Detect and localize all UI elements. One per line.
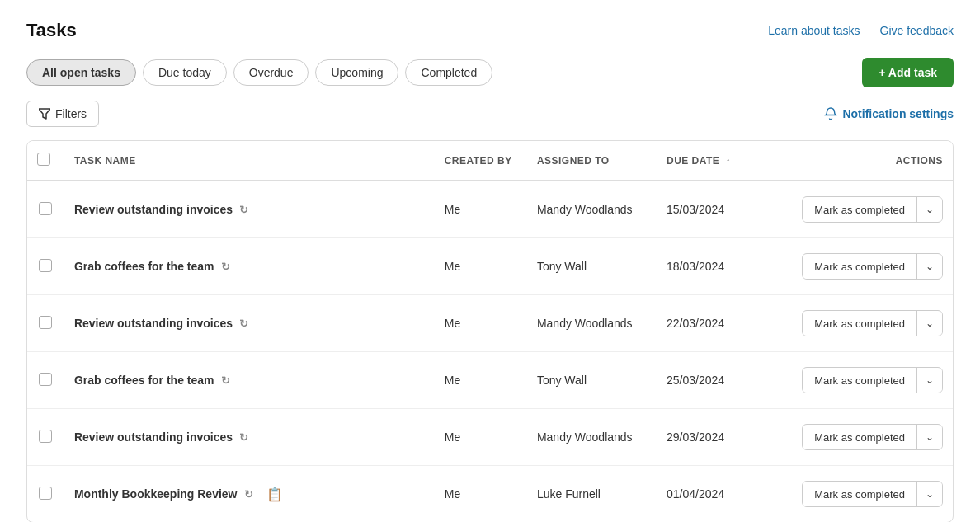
row-due-date: 25/03/2024 — [657, 352, 768, 409]
row-task-name-cell: Grab coffees for the team↻ — [64, 238, 435, 295]
row-checkbox-cell — [27, 466, 64, 523]
mark-as-completed-button[interactable]: Mark as completed — [803, 198, 916, 222]
mark-as-completed-group: Mark as completed⌄ — [802, 481, 943, 507]
due-date-label: DUE DATE — [667, 155, 719, 167]
row-created-by: Me — [435, 295, 527, 352]
table-row: Review outstanding invoices↻MeMandy Wood… — [27, 181, 953, 238]
bell-icon — [824, 107, 837, 120]
repeat-icon: ↻ — [239, 431, 248, 444]
select-all-checkbox[interactable] — [37, 153, 50, 166]
task-name-text: Grab coffees for the team — [74, 260, 214, 273]
row-due-date: 22/03/2024 — [657, 295, 768, 352]
tab-upcoming[interactable]: Upcoming — [315, 59, 398, 86]
filter-icon — [39, 108, 50, 120]
mark-as-completed-button[interactable]: Mark as completed — [803, 255, 916, 279]
task-name-text: Grab coffees for the team — [74, 374, 214, 387]
mark-as-completed-button[interactable]: Mark as completed — [803, 369, 916, 393]
col-header-actions: ACTIONS — [768, 141, 953, 181]
task-name-content: Review outstanding invoices↻ — [74, 430, 425, 444]
row-checkbox[interactable] — [39, 487, 52, 500]
mark-as-completed-button[interactable]: Mark as completed — [803, 482, 916, 506]
row-checkbox[interactable] — [39, 430, 52, 443]
mark-as-completed-button[interactable]: Mark as completed — [803, 426, 916, 449]
task-name-content: Review outstanding invoices↻ — [74, 317, 425, 330]
row-task-name-cell: Review outstanding invoices↻ — [64, 181, 435, 238]
row-created-by: Me — [435, 181, 527, 238]
row-due-date: 15/03/2024 — [657, 181, 768, 238]
row-task-name-cell: Review outstanding invoices↻ — [64, 409, 435, 466]
row-assigned-to: Mandy Woodlands — [527, 295, 657, 352]
task-name-content: Review outstanding invoices↻ — [74, 203, 425, 216]
task-name-text: Review outstanding invoices — [74, 317, 233, 330]
task-name-content: Grab coffees for the team↻ — [74, 374, 425, 387]
secondary-row: Filters Notification settings — [26, 101, 954, 127]
row-created-by: Me — [435, 409, 527, 466]
tasks-page: Tasks Learn about tasks Give feedback Al… — [0, 0, 980, 522]
give-feedback-link[interactable]: Give feedback — [880, 24, 954, 37]
repeat-icon: ↻ — [239, 204, 248, 216]
page-title: Tasks — [26, 20, 77, 41]
col-header-task-name: TASK NAME — [64, 141, 435, 181]
action-chevron-button[interactable]: ⌄ — [917, 369, 942, 392]
row-assigned-to: Tony Wall — [527, 352, 657, 409]
row-created-by: Me — [435, 238, 527, 295]
col-header-created-by: CREATED BY — [435, 141, 527, 181]
notification-settings-link[interactable]: Notification settings — [824, 107, 954, 120]
mark-as-completed-button[interactable]: Mark as completed — [803, 312, 916, 336]
tab-all-open[interactable]: All open tasks — [26, 59, 136, 86]
filters-button[interactable]: Filters — [26, 101, 99, 127]
action-chevron-button[interactable]: ⌄ — [917, 198, 942, 221]
row-checkbox-cell — [27, 295, 64, 352]
tab-overdue[interactable]: Overdue — [233, 59, 309, 86]
table-row: Review outstanding invoices↻MeMandy Wood… — [27, 295, 953, 352]
row-actions-cell: Mark as completed⌄ — [768, 352, 953, 409]
add-task-button[interactable]: + Add task — [862, 58, 954, 87]
mark-as-completed-group: Mark as completed⌄ — [802, 196, 943, 223]
header-links: Learn about tasks Give feedback — [768, 24, 954, 37]
row-created-by: Me — [435, 352, 527, 409]
note-icon: 📋 — [266, 487, 283, 502]
row-due-date: 01/04/2024 — [657, 466, 768, 523]
header-checkbox-cell — [27, 141, 64, 181]
row-task-name-cell: Grab coffees for the team↻ — [64, 352, 435, 409]
row-actions-cell: Mark as completed⌄ — [768, 466, 953, 523]
filters-label: Filters — [55, 107, 87, 120]
repeat-icon: ↻ — [239, 317, 248, 330]
task-name-text: Review outstanding invoices — [74, 203, 233, 216]
row-checkbox[interactable] — [39, 316, 52, 329]
row-actions-cell: Mark as completed⌄ — [768, 295, 953, 352]
row-checkbox[interactable] — [39, 259, 52, 272]
repeat-icon: ↻ — [244, 488, 253, 501]
row-task-name-cell: Review outstanding invoices↻ — [64, 295, 435, 352]
tab-completed[interactable]: Completed — [405, 59, 492, 86]
task-name-content: Grab coffees for the team↻ — [74, 260, 425, 273]
row-checkbox[interactable] — [39, 202, 52, 215]
header-row: Tasks Learn about tasks Give feedback — [26, 20, 954, 41]
row-actions-cell: Mark as completed⌄ — [768, 181, 953, 238]
table-row: Review outstanding invoices↻MeMandy Wood… — [27, 409, 953, 466]
tab-due-today[interactable]: Due today — [143, 59, 227, 86]
action-chevron-button[interactable]: ⌄ — [917, 426, 942, 449]
table-row: Grab coffees for the team↻MeTony Wall18/… — [27, 238, 953, 295]
tabs-row: All open tasks Due today Overdue Upcomin… — [26, 58, 954, 87]
row-due-date: 29/03/2024 — [657, 409, 768, 466]
repeat-icon: ↻ — [221, 261, 230, 273]
row-checkbox[interactable] — [39, 373, 52, 386]
mark-as-completed-group: Mark as completed⌄ — [802, 424, 943, 450]
mark-as-completed-group: Mark as completed⌄ — [802, 310, 943, 336]
action-chevron-button[interactable]: ⌄ — [917, 255, 942, 278]
svg-marker-0 — [39, 109, 50, 119]
tasks-table-container: TASK NAME CREATED BY ASSIGNED TO DUE DAT… — [26, 140, 954, 522]
row-assigned-to: Mandy Woodlands — [527, 409, 657, 466]
row-assigned-to: Mandy Woodlands — [527, 181, 657, 238]
notification-settings-label: Notification settings — [842, 107, 954, 120]
row-checkbox-cell — [27, 352, 64, 409]
col-header-due-date[interactable]: DUE DATE ↑ — [657, 141, 768, 181]
repeat-icon: ↻ — [221, 374, 230, 387]
action-chevron-button[interactable]: ⌄ — [917, 482, 942, 506]
col-header-assigned-to: ASSIGNED TO — [527, 141, 657, 181]
learn-about-tasks-link[interactable]: Learn about tasks — [768, 24, 860, 37]
tab-group: All open tasks Due today Overdue Upcomin… — [26, 59, 492, 86]
table-row: Monthly Bookkeeping Review↻📋MeLuke Furne… — [27, 466, 953, 523]
action-chevron-button[interactable]: ⌄ — [917, 312, 942, 335]
